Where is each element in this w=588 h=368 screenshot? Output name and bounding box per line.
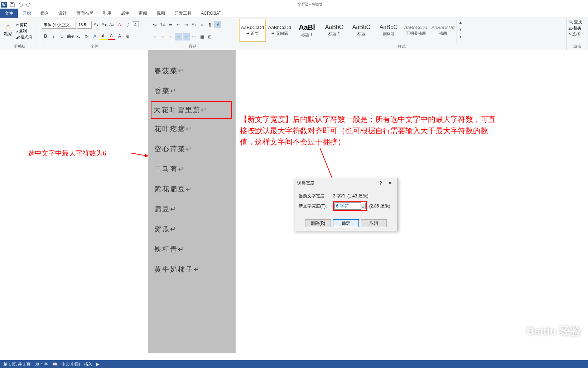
paste-label: 粘贴 xyxy=(4,31,13,37)
sort-button[interactable]: A↓ xyxy=(191,21,198,28)
align-right-button[interactable]: ≡ xyxy=(167,33,174,40)
shading-button[interactable]: ▦ xyxy=(198,33,206,40)
tab-file[interactable]: 文件 xyxy=(0,9,18,18)
document-selection[interactable]: 春菠菜↵ 香菜↵ 大花叶雪里蕻↵ 花叶疙瘩↵ 空心芹菜↵ 二马蔺↵ 紫花扁豆↵ … xyxy=(148,50,236,353)
tab-home[interactable]: 开始 xyxy=(18,9,36,18)
new-width-input[interactable] xyxy=(334,202,361,210)
font-name-select[interactable]: 宋体 (中文正文 xyxy=(42,21,76,29)
ok-button[interactable]: 确定 xyxy=(333,219,359,227)
status-words[interactable]: 38 个字 xyxy=(35,362,48,367)
para-ext-button[interactable]: ↲ xyxy=(214,21,221,28)
italic-button[interactable]: I xyxy=(50,33,57,40)
scissors-icon: ✂ xyxy=(16,23,19,27)
style-emphasis[interactable]: AaBbCcDd强调 xyxy=(429,19,457,42)
inc-indent-button[interactable]: ⇥ xyxy=(183,21,190,28)
dialog-title-text: 调整宽度 xyxy=(297,180,376,186)
dialog-titlebar[interactable]: 调整宽度 ? × xyxy=(294,178,397,188)
annotation-right: 【新文字宽度】后的默认字符数一般是：所有选中文字中的最大字符数，可直接按默认最大… xyxy=(240,114,498,148)
spin-down-icon[interactable]: ▾ xyxy=(361,206,366,209)
tab-insert[interactable]: 插入 xyxy=(36,9,54,18)
distributed-button[interactable]: ≡ xyxy=(183,33,190,40)
superscript-button[interactable]: x² xyxy=(83,33,90,40)
char-shading-button[interactable]: A xyxy=(116,33,123,40)
numbering-button[interactable]: 1≡ xyxy=(159,21,166,28)
dialog-help-button[interactable]: ? xyxy=(376,181,385,186)
styles-expand[interactable]: ▾ xyxy=(457,33,464,40)
strike-button[interactable]: abc xyxy=(67,33,74,40)
delete-button[interactable]: 删除(R) xyxy=(305,219,331,227)
style-h2[interactable]: AaBbC标题 2 xyxy=(320,19,348,42)
align-center-button[interactable]: ≡ xyxy=(159,33,166,40)
char-border-button[interactable]: A xyxy=(132,21,139,28)
style-subtle-emphasis[interactable]: AaBbCcDd不明显强调 xyxy=(402,19,429,42)
highlight-button[interactable]: ab xyxy=(100,33,107,40)
enclose-button[interactable]: ⊕ xyxy=(124,33,131,40)
tab-review[interactable]: 审阅 xyxy=(134,9,152,18)
tab-acrobat[interactable]: ACROBAT xyxy=(196,9,226,18)
ribbon-tabs: 文件 开始 插入 设计 页面布局 引用 邮件 审阅 视图 开发工具 ACROBA… xyxy=(0,9,588,18)
bullets-button[interactable]: •≡ xyxy=(151,21,158,28)
window-title: 文档2 - Word xyxy=(32,1,587,8)
tab-layout[interactable]: 页面布局 xyxy=(72,9,98,18)
tab-view[interactable]: 视图 xyxy=(152,9,170,18)
borders-button[interactable]: ⊞ xyxy=(206,33,213,40)
group-editing: 🔍查找 ab替换 ↖选择 编辑 xyxy=(567,18,588,50)
clear-format-button[interactable]: ⭯ xyxy=(124,21,131,28)
style-title[interactable]: AaBbC标题 xyxy=(348,19,375,42)
phonetic-guide-button[interactable]: A xyxy=(116,21,123,28)
spin-up-icon[interactable]: ▴ xyxy=(361,203,366,206)
paste-button[interactable]: 粘贴 xyxy=(2,19,14,43)
status-page[interactable]: 第 1 页, 共 1 页 xyxy=(4,362,30,367)
select-button[interactable]: ↖选择 xyxy=(568,32,582,37)
underline-button[interactable]: U xyxy=(58,33,66,40)
doc-line: 紫花扁豆↵ xyxy=(151,179,232,199)
justify-button[interactable]: ≡ xyxy=(175,33,182,40)
macro-icon[interactable]: ▶ xyxy=(96,362,99,367)
align-left-button[interactable]: ≡ xyxy=(151,33,158,40)
proofing-icon[interactable]: 📖 xyxy=(52,362,57,367)
dec-indent-button[interactable]: ⇤ xyxy=(175,21,182,28)
styles-scroll-up[interactable]: ▴ xyxy=(457,19,464,26)
style-subtitle[interactable]: AaBbC副标题 xyxy=(375,19,402,42)
styles-scroll-down[interactable]: ▾ xyxy=(457,26,464,33)
find-button[interactable]: 🔍查找 xyxy=(568,19,582,25)
redo-icon[interactable] xyxy=(25,1,32,8)
cut-button[interactable]: ✂剪切 xyxy=(16,22,32,28)
styles-gallery[interactable]: AaBbCcDd↵ 正文 AaBbCcDd↵ 无间隔 AaBl标题 1 AaBb… xyxy=(239,19,457,42)
fit-text-dialog: 调整宽度 ? × 当前文字宽度: 3 字符 (1.43 厘米) 新文字宽度(T)… xyxy=(294,178,398,231)
show-marks-button[interactable]: ¶ xyxy=(206,21,213,28)
change-case-button[interactable]: Aa xyxy=(108,21,115,28)
text-effects-button[interactable]: A xyxy=(91,33,98,40)
tab-mailings[interactable]: 邮件 xyxy=(116,9,134,18)
shrink-font-button[interactable]: A▾ xyxy=(100,21,107,28)
format-painter-button[interactable]: 🖌格式刷 xyxy=(16,34,32,40)
multilevel-button[interactable]: ≣ xyxy=(167,21,174,28)
font-color-button[interactable]: A xyxy=(108,33,115,40)
replace-button[interactable]: ab替换 xyxy=(568,25,582,31)
bold-button[interactable]: B xyxy=(42,33,49,40)
style-h1[interactable]: AaBl标题 1 xyxy=(293,19,320,42)
tab-developer[interactable]: 开发工具 xyxy=(170,9,196,18)
spinner[interactable]: ▴▾ xyxy=(361,203,366,209)
watermark-url: jingyan.baidu.com xyxy=(543,340,581,346)
font-size-select[interactable]: 13.5 xyxy=(77,21,92,29)
tab-references[interactable]: 引用 xyxy=(98,9,116,18)
group-paragraph: •≡ 1≡ ≣ ⇤ ⇥ A↓ ✕ ¶ ↲ ≡ ≡ ≡ ≡ ≡ ↕≡ ▦ ⊞ 段落 xyxy=(149,18,237,50)
style-normal[interactable]: AaBbCcDd↵ 正文 xyxy=(239,19,266,42)
tab-design[interactable]: 设计 xyxy=(54,9,72,18)
undo-icon[interactable] xyxy=(17,1,24,8)
status-language[interactable]: 中文(中国) xyxy=(62,362,80,367)
subscript-button[interactable]: x₂ xyxy=(75,33,82,40)
char-scale-button[interactable]: ✕ xyxy=(198,21,206,28)
status-mode[interactable]: 插入 xyxy=(84,362,92,367)
dialog-close-button[interactable]: × xyxy=(385,181,395,186)
copy-button[interactable]: ⎘复制 xyxy=(16,28,32,34)
grow-font-button[interactable]: A▴ xyxy=(92,21,100,28)
cancel-button[interactable]: 取消 xyxy=(361,219,387,227)
document-area: 选中文字中最大字符数为6 春菠菜↵ 香菜↵ 大花叶雪里蕻↵ 花叶疙瘩↵ 空心芹菜… xyxy=(0,50,588,353)
line-spacing-button[interactable]: ↕≡ xyxy=(191,33,198,40)
doc-line: 铁杆青↵ xyxy=(151,239,232,259)
style-nospacing[interactable]: AaBbCcDd↵ 无间隔 xyxy=(266,19,293,42)
save-icon[interactable] xyxy=(9,1,15,8)
current-width-label: 当前文字宽度: xyxy=(299,193,331,199)
